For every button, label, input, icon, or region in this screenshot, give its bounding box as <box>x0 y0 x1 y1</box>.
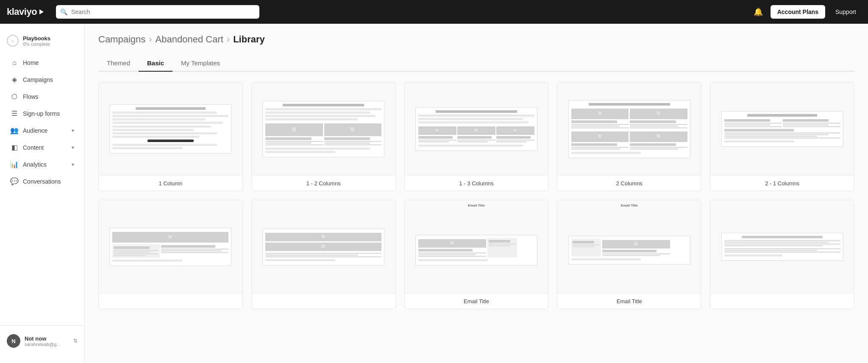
support-button[interactable]: Support <box>830 5 861 19</box>
analytics-chevron-icon: ▾ <box>72 162 74 168</box>
template-label-1-column: 1 Column <box>99 176 242 191</box>
sidebar-item-audience[interactable]: 👥 Audience ▾ <box>3 122 81 139</box>
sidebar-label-analytics: Analytics <box>23 161 67 168</box>
tab-basic[interactable]: Basic <box>139 55 172 72</box>
home-icon: ⌂ <box>10 59 19 67</box>
template-grid: 1 Column ⬜ <box>98 82 854 309</box>
user-info: Not now sarahretxab@g... <box>25 335 61 347</box>
template-card-main-heading[interactable] <box>710 200 854 309</box>
template-label-email-title-2: Email Title <box>557 293 701 309</box>
template-preview-2-columns: ⬜ ⬜ <box>557 82 701 176</box>
sidebar-item-conversations[interactable]: 💬 Conversations <box>3 173 81 190</box>
flows-icon: ⬡ <box>10 92 19 101</box>
app-layout: ○ Playbooks 0% complete ⌂ Home ◈ Campaig… <box>0 24 868 363</box>
mini-sidebar <box>487 238 517 257</box>
template-card-1-2-columns[interactable]: ⬜ ⬜ <box>251 82 396 191</box>
breadcrumb-abandoned-cart[interactable]: Abandoned Cart <box>156 34 223 45</box>
sidebar-item-home[interactable]: ⌂ Home <box>3 55 81 71</box>
sidebar-item-flows[interactable]: ⬡ Flows <box>3 88 81 105</box>
tab-themed[interactable]: Themed <box>98 55 139 72</box>
search-icon: 🔍 <box>60 8 67 15</box>
template-preview-1-column <box>99 82 242 176</box>
sidebar-label-signup-forms: Sign-up forms <box>23 110 74 117</box>
nav-right: 🔔 Account Plans Support <box>751 5 861 19</box>
template-preview-main-heading <box>710 200 854 293</box>
two-col-section: ⬜ ⬜ <box>265 122 381 146</box>
playbooks-progress-circle: ○ <box>7 35 19 47</box>
sidebar-item-content[interactable]: ◧ Content ▾ <box>3 139 81 156</box>
sidebar-item-campaigns[interactable]: ◈ Campaigns <box>3 71 81 88</box>
notification-bell-button[interactable]: 🔔 <box>751 5 765 19</box>
mini-preview <box>721 233 843 261</box>
template-card-email-title-1[interactable]: Email Title ⬜ <box>404 200 549 309</box>
sidebar-label-audience: Audience <box>23 127 67 134</box>
mini-preview: ⬜ <box>109 228 231 266</box>
forms-icon: ☰ <box>10 109 19 117</box>
three-col-section: ⬜ ⬜ ⬜ <box>418 125 534 143</box>
template-tabs: Themed Basic My Templates <box>98 55 854 72</box>
search-input[interactable] <box>56 5 259 19</box>
logo: klaviyo <box>7 6 49 17</box>
user-chevron-icon: ⇅ <box>73 338 78 344</box>
avatar: N <box>7 334 20 348</box>
template-card-2-1-columns[interactable]: 2 - 1 Columns <box>710 82 854 191</box>
top-navigation: klaviyo 🔍 🔔 Account Plans Support <box>0 0 868 24</box>
conversations-icon: 💬 <box>10 177 19 185</box>
template-preview-row2-1: ⬜ <box>99 200 242 293</box>
content-chevron-icon: ▾ <box>72 145 74 151</box>
template-label-2-columns: 2 Columns <box>557 176 701 191</box>
template-label-row2-2 <box>252 293 395 302</box>
template-card-1-3-columns[interactable]: ⬜ ⬜ ⬜ <box>404 82 549 191</box>
mini-preview: ⬜ ⬜ <box>262 229 384 265</box>
email-title-label-1: Email Title <box>468 204 485 207</box>
user-profile-item[interactable]: N Not now sarahretxab@g... ⇅ <box>3 331 81 351</box>
sidebar-nav: ⌂ Home ◈ Campaigns ⬡ Flows ☰ Sign-up for… <box>0 54 84 325</box>
template-card-row2-1[interactable]: ⬜ <box>98 200 243 309</box>
sidebar-item-analytics[interactable]: 📊 Analytics ▾ <box>3 156 81 173</box>
template-card-1-column[interactable]: 1 Column <box>98 82 243 191</box>
mini-sidebar-left <box>571 239 601 257</box>
main-content: Campaigns › Abandoned Cart › Library The… <box>85 24 868 363</box>
template-label-1-2-columns: 1 - 2 Columns <box>252 176 395 191</box>
user-name: Not now <box>25 335 61 342</box>
audience-chevron-icon: ▾ <box>72 128 74 134</box>
sidebar-label-campaigns: Campaigns <box>23 76 74 83</box>
mini-preview <box>109 104 231 154</box>
sidebar-label-conversations: Conversations <box>23 178 74 185</box>
campaigns-icon: ◈ <box>10 75 19 84</box>
sidebar-label-content: Content <box>23 144 67 151</box>
analytics-icon: 📊 <box>10 160 19 168</box>
template-preview-1-2-columns: ⬜ ⬜ <box>252 82 395 176</box>
mini-main: ⬜ <box>418 238 486 257</box>
content-icon: ◧ <box>10 143 19 151</box>
sidebar-item-signup-forms[interactable]: ☰ Sign-up forms <box>3 105 81 122</box>
svg-marker-0 <box>39 9 44 14</box>
template-preview-row2-2: ⬜ ⬜ <box>252 200 395 293</box>
account-plans-button[interactable]: Account Plans <box>771 5 825 19</box>
mini-preview: ⬜ ⬜ ⬜ <box>415 107 537 151</box>
mini-preview: ⬜ <box>415 235 537 265</box>
template-label-2-1-columns: 2 - 1 Columns <box>710 176 854 191</box>
audience-icon: 👥 <box>10 126 19 134</box>
sidebar-bottom: N Not now sarahretxab@g... ⇅ <box>0 325 84 356</box>
mini-main-right: ⬜ <box>602 239 670 257</box>
sidebar-layout-2: ⬜ <box>571 239 670 257</box>
playbooks-label: Playbooks <box>23 35 50 42</box>
email-title-label-2: Email Title <box>621 204 638 207</box>
template-preview-email-title-2: Email Title ⬜ <box>557 200 701 293</box>
sidebar-layout: ⬜ <box>418 238 517 257</box>
template-preview-email-title-1: Email Title ⬜ <box>405 200 548 293</box>
mini-preview <box>721 111 843 147</box>
template-card-2-columns[interactable]: ⬜ ⬜ <box>557 82 701 191</box>
breadcrumb-library: Library <box>233 34 265 45</box>
breadcrumb-campaigns[interactable]: Campaigns <box>98 34 145 45</box>
search-container: 🔍 <box>56 5 259 19</box>
template-card-email-title-2[interactable]: Email Title ⬜ <box>557 200 701 309</box>
breadcrumb-sep-2: › <box>227 34 230 45</box>
sidebar: ○ Playbooks 0% complete ⌂ Home ◈ Campaig… <box>0 24 85 363</box>
template-card-row2-2[interactable]: ⬜ ⬜ <box>251 200 396 309</box>
tab-my-templates[interactable]: My Templates <box>172 55 228 72</box>
sidebar-label-flows: Flows <box>23 93 74 100</box>
sidebar-playbooks[interactable]: ○ Playbooks 0% complete <box>0 31 84 51</box>
template-label-1-3-columns: 1 - 3 Columns <box>405 176 548 191</box>
